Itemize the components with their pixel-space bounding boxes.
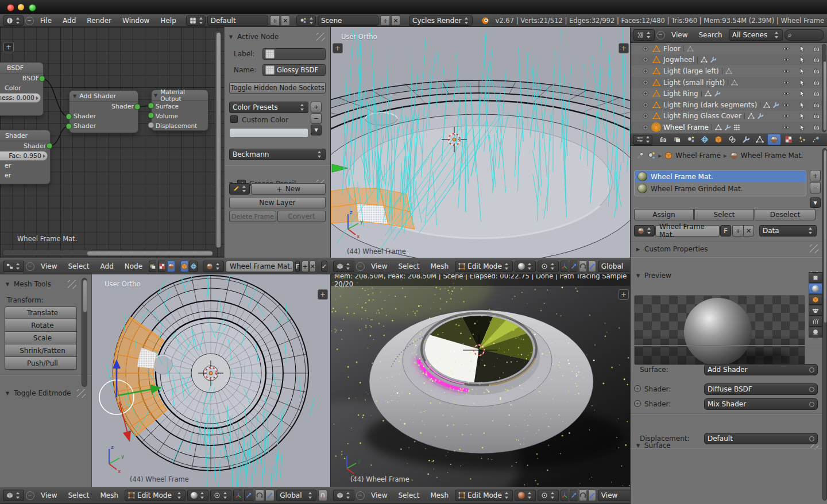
outliner-row-light-ring-glass-cover[interactable]: Light Ring Glass Cover xyxy=(631,111,827,122)
volume-input-socket[interactable] xyxy=(148,113,154,119)
bsdf-output-socket[interactable] xyxy=(39,76,45,82)
mix-shader-node[interactable]: Shader Shader Fac: 0.950 er er xyxy=(0,130,51,184)
displacement-select[interactable]: Default xyxy=(704,433,818,444)
fake-user-button[interactable]: F xyxy=(720,225,731,237)
selectability-pointer-icon[interactable] xyxy=(798,79,805,86)
renderability-camera-icon[interactable] xyxy=(813,113,820,119)
renderability-camera-icon[interactable] xyxy=(813,45,820,52)
tab-particles[interactable] xyxy=(796,134,809,145)
rotate-manipulator-button[interactable] xyxy=(579,490,586,501)
visibility-eye-icon[interactable] xyxy=(783,102,790,108)
scale-manipulator-button[interactable] xyxy=(588,261,596,272)
snap-toggle-button[interactable] xyxy=(318,490,327,501)
outliner-row-light-ring[interactable]: Light Ring xyxy=(631,88,827,99)
outliner-row-wheel-frame[interactable]: Wheel Frame xyxy=(631,122,827,133)
fake-user-button[interactable]: F xyxy=(295,261,300,272)
viewport-shading-select[interactable] xyxy=(515,261,536,272)
outliner-scrollbar[interactable] xyxy=(822,44,826,132)
outliner-search-input[interactable]: ⌕ xyxy=(785,29,824,41)
pin-icon[interactable] xyxy=(636,152,644,160)
menu-select[interactable]: Select xyxy=(63,491,94,499)
toolbar-expand-button[interactable]: + xyxy=(3,42,14,52)
menu-mesh[interactable]: Mesh xyxy=(426,262,454,270)
transform-orientation-select[interactable]: Global xyxy=(276,490,316,501)
preview-monkey-button[interactable] xyxy=(809,305,822,316)
material-name-field[interactable]: Wheel Frame Mat. xyxy=(226,261,293,272)
manipulator-toggle-button[interactable] xyxy=(561,261,568,272)
tab-world[interactable] xyxy=(698,134,711,145)
scene-name-field[interactable]: Scene xyxy=(318,15,379,26)
material-output-node[interactable]: ▼Material Output Surface Volume Displace… xyxy=(151,90,208,131)
draw-mode-select[interactable] xyxy=(229,183,250,195)
properties-expand-button[interactable]: + xyxy=(619,43,629,53)
editor-type-select[interactable] xyxy=(633,135,652,145)
add-scene-button[interactable]: + xyxy=(380,15,389,26)
menu-add[interactable]: Add xyxy=(58,17,80,25)
active-node-panel-header[interactable]: ▼ Active Node xyxy=(228,32,327,42)
transform-orientation-select[interactable]: Global xyxy=(598,261,630,272)
screen-layout-name-field[interactable]: Default xyxy=(207,15,269,26)
surface-shader-select[interactable]: Add Shader xyxy=(704,364,818,375)
visibility-eye-icon[interactable] xyxy=(783,90,790,97)
outliner-row-jogwheel[interactable]: Jogwheel xyxy=(631,55,827,66)
world-shader-tab[interactable] xyxy=(190,261,198,272)
translate-manipulator-button[interactable] xyxy=(570,261,577,272)
renderability-camera-icon[interactable] xyxy=(813,124,820,131)
menu-select[interactable]: Select xyxy=(63,262,94,270)
selectability-pointer-icon[interactable] xyxy=(798,45,805,52)
add-preset-button[interactable]: + xyxy=(311,102,322,113)
compositing-nodes-tab[interactable] xyxy=(149,261,156,272)
preview-sphere-button[interactable] xyxy=(809,283,822,294)
mode-select[interactable]: Edit Mode xyxy=(125,490,186,501)
menu-help[interactable]: Help xyxy=(156,17,180,25)
remove-preset-button[interactable]: − xyxy=(311,113,322,124)
delete-frame-button[interactable]: Delete Frame xyxy=(229,211,276,222)
viewport-shading-select[interactable] xyxy=(187,490,208,501)
remove-slot-button[interactable]: − xyxy=(810,182,821,193)
add-layout-button[interactable]: + xyxy=(270,15,279,26)
menu-render[interactable]: Render xyxy=(82,17,116,25)
expand-icon[interactable] xyxy=(642,90,649,97)
add-shader-node[interactable]: ▼Add Shader Shader Shader Shader xyxy=(69,90,138,133)
mode-select[interactable]: Edit Mode xyxy=(455,261,513,272)
add-shader-output-socket[interactable] xyxy=(134,104,141,110)
preview-panel-header[interactable]: ▼ Preview xyxy=(635,270,820,281)
add-shader-input2-socket[interactable] xyxy=(66,123,72,130)
toolshelf-expand-button[interactable]: + xyxy=(333,43,343,53)
screen-layout-browse-button[interactable] xyxy=(186,15,206,26)
expand-icon[interactable] xyxy=(642,68,649,75)
breadcrumb-material[interactable]: Wheel Frame Mat. xyxy=(741,152,803,160)
visibility-eye-icon[interactable] xyxy=(783,68,790,75)
tab-render-layers[interactable] xyxy=(671,134,683,145)
collapse-menus-icon[interactable] xyxy=(26,491,34,500)
translate-manipulator-button[interactable] xyxy=(244,490,253,501)
node-editor-vscrollbar[interactable] xyxy=(215,30,221,249)
pivot-select[interactable] xyxy=(538,261,559,272)
pivot-select[interactable] xyxy=(210,490,231,501)
editor-type-select[interactable] xyxy=(333,490,354,501)
rotate-manipulator-button[interactable] xyxy=(255,490,264,501)
tab-texture[interactable] xyxy=(782,134,795,145)
menu-view[interactable]: View xyxy=(366,262,392,270)
deselect-button[interactable]: Deselect xyxy=(755,209,816,220)
rotate-manipulator-button[interactable] xyxy=(579,261,586,272)
transform-orientation-select[interactable]: View xyxy=(598,490,630,501)
visibility-eye-icon[interactable] xyxy=(783,113,790,119)
roughness-slider[interactable]: ness: 0.000 xyxy=(0,93,41,103)
menu-select[interactable]: Select xyxy=(393,491,424,499)
expand-icon[interactable] xyxy=(642,79,649,86)
fac-slider[interactable]: Fac: 0.950 xyxy=(0,151,48,161)
menu-view[interactable]: View xyxy=(667,31,692,39)
scale-manipulator-button[interactable] xyxy=(588,490,596,501)
scene-browse-button[interactable] xyxy=(296,15,316,26)
panel-grip[interactable] xyxy=(810,245,818,253)
surface-input-socket[interactable] xyxy=(148,103,154,109)
push-pull-button[interactable]: Push/Pull xyxy=(5,357,77,370)
visibility-eye-icon[interactable] xyxy=(783,45,790,52)
displacement-input-socket[interactable] xyxy=(148,122,154,129)
preview-world-button[interactable] xyxy=(809,327,822,338)
manipulator-toggle-button[interactable] xyxy=(233,490,242,501)
pivot-select[interactable] xyxy=(538,490,559,501)
selectability-pointer-icon[interactable] xyxy=(798,90,805,97)
menu-view[interactable]: View xyxy=(36,491,61,499)
